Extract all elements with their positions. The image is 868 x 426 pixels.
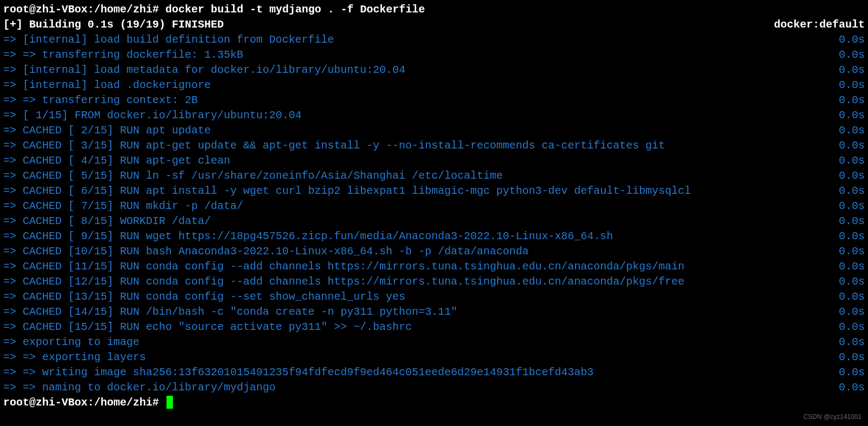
build-line: => exporting to image0.0s bbox=[3, 335, 865, 350]
build-line: => CACHED [ 4/15] RUN apt-get clean0.0s bbox=[3, 153, 865, 168]
build-line-duration: 0.0s bbox=[828, 229, 865, 244]
build-line: => [internal] load .dockerignore0.0s bbox=[3, 78, 865, 93]
build-line-text: => => writing image sha256:13f6320101549… bbox=[3, 365, 593, 380]
build-line-text: => CACHED [11/15] RUN conda config --add… bbox=[3, 259, 684, 274]
build-line-text: => CACHED [ 8/15] WORKDIR /data/ bbox=[3, 214, 211, 229]
build-line: => => naming to docker.io/library/mydjan… bbox=[3, 380, 865, 395]
build-line: => CACHED [10/15] RUN bash Anaconda3-202… bbox=[3, 244, 865, 259]
build-line-text: => [ 1/15] FROM docker.io/library/ubuntu… bbox=[3, 108, 302, 123]
prompt-symbol: # bbox=[152, 396, 159, 409]
build-line: => CACHED [ 5/15] RUN ln -sf /usr/share/… bbox=[3, 168, 865, 184]
build-line-duration: 0.0s bbox=[828, 138, 865, 153]
build-status-line: [+] Building 0.1s (19/19) FINISHED docke… bbox=[3, 17, 865, 32]
build-line-text: => [internal] load build definition from… bbox=[3, 32, 334, 48]
build-line-duration: 0.0s bbox=[828, 93, 865, 108]
build-line: => => transferring dockerfile: 1.35kB0.0… bbox=[3, 48, 865, 63]
build-line: => [internal] load metadata for docker.i… bbox=[3, 63, 865, 78]
build-line-duration: 0.0s bbox=[828, 48, 865, 63]
build-line: => => exporting layers0.0s bbox=[3, 350, 865, 365]
build-line-text: => exporting to image bbox=[3, 335, 139, 350]
prompt-path: /home/zhi bbox=[94, 3, 152, 16]
build-line-duration: 0.0s bbox=[828, 259, 865, 274]
build-line-text: => => transferring context: 2B bbox=[3, 93, 198, 108]
prompt-user-host: root@zhi-VBox bbox=[3, 396, 88, 409]
build-line-text: => [internal] load metadata for docker.i… bbox=[3, 63, 405, 78]
prompt-symbol: # bbox=[152, 3, 159, 16]
build-line-duration: 0.0s bbox=[828, 78, 865, 93]
build-line: => [internal] load build definition from… bbox=[3, 32, 865, 48]
build-line-text: => CACHED [12/15] RUN conda config --add… bbox=[3, 274, 684, 289]
build-line-duration: 0.0s bbox=[828, 184, 865, 199]
command-text: docker build -t mydjango . -f Dockerfile bbox=[165, 3, 425, 16]
build-line: => CACHED [ 7/15] RUN mkdir -p /data/0.0… bbox=[3, 199, 865, 214]
build-line-text: => => exporting layers bbox=[3, 350, 146, 365]
prompt-line-1: root@zhi-VBox:/home/zhi# docker build -t… bbox=[3, 2, 865, 17]
prompt-line-2: root@zhi-VBox:/home/zhi# bbox=[3, 395, 865, 410]
build-line-duration: 0.0s bbox=[828, 365, 865, 380]
build-line-duration: 0.0s bbox=[828, 289, 865, 305]
prompt-user-host: root@zhi-VBox bbox=[3, 3, 88, 16]
build-line: => CACHED [ 2/15] RUN apt update0.0s bbox=[3, 123, 865, 138]
build-line-duration: 0.0s bbox=[828, 168, 865, 184]
build-line: => CACHED [ 6/15] RUN apt install -y wge… bbox=[3, 184, 865, 199]
build-line-duration: 0.0s bbox=[828, 274, 865, 289]
build-line: => CACHED [13/15] RUN conda config --set… bbox=[3, 289, 865, 305]
build-line-text: => CACHED [15/15] RUN echo "source activ… bbox=[3, 320, 412, 335]
build-line-duration: 0.0s bbox=[828, 123, 865, 138]
build-line-text: => CACHED [ 9/15] RUN wget https://18pg4… bbox=[3, 229, 613, 244]
build-output: => [internal] load build definition from… bbox=[3, 32, 865, 395]
build-line: => CACHED [ 9/15] RUN wget https://18pg4… bbox=[3, 229, 865, 244]
cursor bbox=[166, 396, 173, 409]
build-line-text: => CACHED [14/15] RUN /bin/bash -c "cond… bbox=[3, 305, 457, 320]
prompt-path: /home/zhi bbox=[94, 396, 152, 409]
build-line-duration: 0.0s bbox=[828, 320, 865, 335]
build-line-duration: 0.0s bbox=[828, 244, 865, 259]
build-line-duration: 0.0s bbox=[828, 108, 865, 123]
build-line-text: => CACHED [ 4/15] RUN apt-get clean bbox=[3, 153, 230, 168]
build-line-duration: 0.0s bbox=[828, 335, 865, 350]
build-line-text: => CACHED [ 7/15] RUN mkdir -p /data/ bbox=[3, 199, 243, 214]
build-line: => [ 1/15] FROM docker.io/library/ubuntu… bbox=[3, 108, 865, 123]
build-line: => => writing image sha256:13f6320101549… bbox=[3, 365, 865, 380]
build-line: => CACHED [ 8/15] WORKDIR /data/0.0s bbox=[3, 214, 865, 229]
watermark: CSDN @cyz141001 bbox=[803, 413, 862, 422]
build-line-text: => [internal] load .dockerignore bbox=[3, 78, 211, 93]
build-line-text: => CACHED [ 5/15] RUN ln -sf /usr/share/… bbox=[3, 168, 503, 184]
build-line-duration: 0.0s bbox=[828, 153, 865, 168]
build-line: => => transferring context: 2B0.0s bbox=[3, 93, 865, 108]
build-line-text: => CACHED [ 2/15] RUN apt update bbox=[3, 123, 211, 138]
build-line-duration: 0.0s bbox=[828, 32, 865, 48]
build-line-duration: 0.0s bbox=[828, 380, 865, 395]
build-line-text: => CACHED [10/15] RUN bash Anaconda3-202… bbox=[3, 244, 529, 259]
build-line: => CACHED [12/15] RUN conda config --add… bbox=[3, 274, 865, 289]
build-line-duration: 0.0s bbox=[828, 305, 865, 320]
build-line-duration: 0.0s bbox=[828, 199, 865, 214]
terminal-output[interactable]: root@zhi-VBox:/home/zhi# docker build -t… bbox=[3, 2, 865, 410]
build-line-duration: 0.0s bbox=[828, 214, 865, 229]
build-line-text: => CACHED [ 3/15] RUN apt-get update && … bbox=[3, 138, 665, 153]
build-line-text: => CACHED [13/15] RUN conda config --set… bbox=[3, 289, 405, 305]
build-line-text: => => naming to docker.io/library/mydjan… bbox=[3, 380, 276, 395]
build-line: => CACHED [15/15] RUN echo "source activ… bbox=[3, 320, 865, 335]
build-line-duration: 0.0s bbox=[828, 63, 865, 78]
build-line-duration: 0.0s bbox=[828, 350, 865, 365]
build-status-left: [+] Building 0.1s (19/19) FINISHED bbox=[3, 17, 224, 32]
build-line-text: => => transferring dockerfile: 1.35kB bbox=[3, 48, 243, 63]
build-line: => CACHED [11/15] RUN conda config --add… bbox=[3, 259, 865, 274]
build-line: => CACHED [ 3/15] RUN apt-get update && … bbox=[3, 138, 865, 153]
build-line: => CACHED [14/15] RUN /bin/bash -c "cond… bbox=[3, 305, 865, 320]
build-status-right: docker:default bbox=[774, 17, 865, 32]
build-line-text: => CACHED [ 6/15] RUN apt install -y wge… bbox=[3, 184, 691, 199]
